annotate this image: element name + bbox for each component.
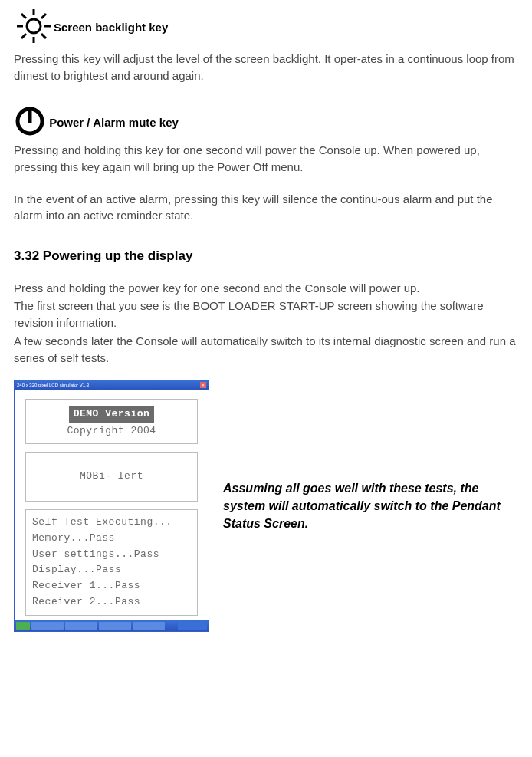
taskbar-item <box>31 622 64 630</box>
taskbar-item <box>99 622 131 630</box>
section-p2: The first screen that you see is the BOO… <box>14 298 518 331</box>
selftest-line: Receiver 1...Pass <box>32 578 191 594</box>
section-heading-3-32: 3.32 Powering up the display <box>14 247 518 266</box>
svg-line-8 <box>21 34 26 38</box>
lcd-copyright-label: Copyright 2004 <box>29 424 194 439</box>
section-p1: Press and holding the power key for one … <box>14 280 518 297</box>
power-section: Power / Alarm mute key Pressing and hold… <box>14 105 518 224</box>
svg-point-0 <box>27 19 41 33</box>
section-p3: A few seconds later the Console will aut… <box>14 333 518 367</box>
lcd-body: DEMO Version Copyright 2004 MOBi- lert S… <box>15 390 209 620</box>
lcd-product-box: MOBi- lert <box>25 452 198 502</box>
selftest-line: Display...Pass <box>32 562 191 578</box>
brightness-icon <box>14 8 54 49</box>
close-icon: × <box>200 382 206 388</box>
backlight-body: Pressing this key will adjust the level … <box>14 51 518 84</box>
lcd-demo-box: DEMO Version Copyright 2004 <box>25 399 198 444</box>
system-tray-icon <box>178 622 207 630</box>
selftest-line: User settings...Pass <box>32 547 191 563</box>
lcd-demo-label: DEMO Version <box>69 406 155 423</box>
selftest-line: Memory...Pass <box>32 531 191 547</box>
selftest-line: Receiver 2...Pass <box>32 594 191 611</box>
lcd-titlebar: 240 x 320 pixel LCD simulator V1.3 × <box>15 380 209 390</box>
figure-caption: Assuming all goes well with these tests,… <box>223 479 518 533</box>
power-icon <box>14 105 46 142</box>
lcd-figure-row: 240 x 320 pixel LCD simulator V1.3 × DEM… <box>14 380 518 631</box>
lcd-window-title: 240 x 320 pixel LCD simulator V1.3 <box>17 380 89 390</box>
start-button-icon <box>16 622 30 630</box>
power-body-1: Pressing and holding this key for one se… <box>14 142 518 176</box>
power-body-2: In the event of an active alarm, pressin… <box>14 191 518 225</box>
lcd-selftest-box: Self Test Executing... Memory...Pass Use… <box>25 509 198 616</box>
svg-line-5 <box>21 14 26 18</box>
taskbar-item <box>65 622 97 630</box>
backlight-title: Screen backlight key <box>54 21 168 34</box>
power-title: Power / Alarm mute key <box>46 116 179 129</box>
lcd-taskbar <box>15 620 209 631</box>
svg-line-6 <box>41 34 46 38</box>
taskbar-item <box>133 622 165 630</box>
svg-line-7 <box>41 14 46 18</box>
lcd-simulator-window: 240 x 320 pixel LCD simulator V1.3 × DEM… <box>14 380 209 631</box>
backlight-section: Screen backlight key Pressing this key w… <box>14 8 518 84</box>
selftest-line: Self Test Executing... <box>32 515 191 531</box>
